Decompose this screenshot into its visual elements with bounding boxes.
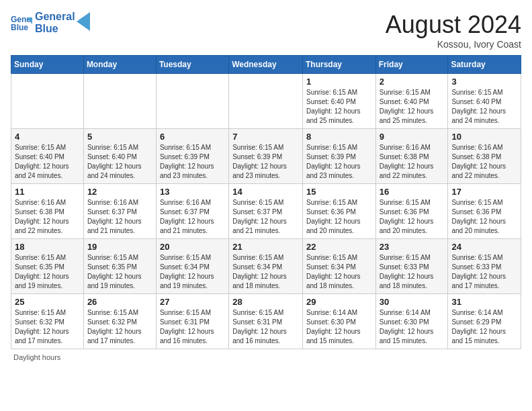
calendar-cell [156, 74, 228, 129]
svg-marker-3 [77, 12, 90, 31]
day-number: 10 [451, 132, 517, 142]
calendar-week-4: 18Sunrise: 6:15 AM Sunset: 6:35 PM Dayli… [11, 239, 521, 294]
day-number: 7 [232, 132, 299, 142]
day-number: 8 [306, 132, 372, 142]
calendar-cell: 23Sunrise: 6:15 AM Sunset: 6:33 PM Dayli… [375, 239, 448, 294]
day-info: Sunrise: 6:15 AM Sunset: 6:36 PM Dayligh… [380, 198, 445, 236]
calendar-table: SundayMondayTuesdayWednesdayThursdayFrid… [11, 55, 521, 349]
calendar-cell: 11Sunrise: 6:16 AM Sunset: 6:38 PM Dayli… [11, 184, 84, 239]
day-number: 9 [380, 132, 445, 142]
day-number: 17 [451, 187, 517, 197]
day-info: Sunrise: 6:15 AM Sunset: 6:40 PM Dayligh… [87, 143, 152, 181]
calendar-cell: 8Sunrise: 6:15 AM Sunset: 6:39 PM Daylig… [302, 129, 375, 184]
day-number: 6 [160, 132, 225, 142]
calendar-cell: 17Sunrise: 6:15 AM Sunset: 6:36 PM Dayli… [448, 184, 521, 239]
calendar-cell: 29Sunrise: 6:14 AM Sunset: 6:30 PM Dayli… [302, 294, 375, 349]
day-number: 23 [380, 242, 445, 252]
logo-text-line2: Blue [35, 23, 75, 35]
day-info: Sunrise: 6:15 AM Sunset: 6:39 PM Dayligh… [306, 143, 372, 181]
calendar-week-1: 1Sunrise: 6:15 AM Sunset: 6:40 PM Daylig… [11, 74, 521, 129]
calendar-cell: 20Sunrise: 6:15 AM Sunset: 6:34 PM Dayli… [156, 239, 228, 294]
day-number: 13 [160, 187, 225, 197]
month-year-title: August 2024 [386, 11, 521, 39]
day-info: Sunrise: 6:15 AM Sunset: 6:34 PM Dayligh… [232, 253, 299, 291]
day-info: Sunrise: 6:16 AM Sunset: 6:38 PM Dayligh… [15, 198, 80, 236]
day-number: 28 [232, 297, 299, 307]
day-number: 19 [87, 242, 152, 252]
calendar-cell: 7Sunrise: 6:15 AM Sunset: 6:39 PM Daylig… [229, 129, 303, 184]
day-header-friday: Friday [375, 56, 448, 74]
day-info: Sunrise: 6:15 AM Sunset: 6:40 PM Dayligh… [15, 143, 80, 181]
calendar-cell: 31Sunrise: 6:14 AM Sunset: 6:29 PM Dayli… [448, 294, 521, 349]
calendar-cell: 21Sunrise: 6:15 AM Sunset: 6:34 PM Dayli… [229, 239, 303, 294]
day-number: 22 [306, 242, 372, 252]
day-number: 4 [15, 132, 80, 142]
day-info: Sunrise: 6:15 AM Sunset: 6:39 PM Dayligh… [160, 143, 225, 181]
calendar-cell [83, 74, 156, 129]
day-number: 24 [451, 242, 517, 252]
logo-arrow-icon [77, 12, 90, 31]
calendar-cell: 14Sunrise: 6:15 AM Sunset: 6:37 PM Dayli… [229, 184, 303, 239]
day-number: 29 [306, 297, 372, 307]
day-info: Sunrise: 6:14 AM Sunset: 6:29 PM Dayligh… [451, 308, 517, 346]
calendar-cell: 2Sunrise: 6:15 AM Sunset: 6:40 PM Daylig… [375, 74, 448, 129]
calendar-cell: 3Sunrise: 6:15 AM Sunset: 6:40 PM Daylig… [448, 74, 521, 129]
day-info: Sunrise: 6:15 AM Sunset: 6:40 PM Dayligh… [451, 88, 517, 126]
day-info: Sunrise: 6:15 AM Sunset: 6:37 PM Dayligh… [232, 198, 299, 236]
day-info: Sunrise: 6:15 AM Sunset: 6:33 PM Dayligh… [451, 253, 517, 291]
calendar-cell: 16Sunrise: 6:15 AM Sunset: 6:36 PM Dayli… [375, 184, 448, 239]
svg-text:Blue: Blue [11, 23, 28, 32]
day-number: 21 [232, 242, 299, 252]
day-number: 2 [380, 77, 445, 87]
day-info: Sunrise: 6:15 AM Sunset: 6:40 PM Dayligh… [306, 88, 372, 126]
location-subtitle: Kossou, Ivory Coast [386, 39, 521, 50]
day-number: 14 [232, 187, 299, 197]
calendar-cell: 22Sunrise: 6:15 AM Sunset: 6:34 PM Dayli… [302, 239, 375, 294]
page-header: General Blue General Blue August 2024 Ko… [11, 11, 521, 50]
day-number: 1 [306, 77, 372, 87]
calendar-cell: 1Sunrise: 6:15 AM Sunset: 6:40 PM Daylig… [302, 74, 375, 129]
day-number: 12 [87, 187, 152, 197]
footer-note: Daylight hours [11, 353, 521, 361]
day-number: 27 [160, 297, 225, 307]
day-info: Sunrise: 6:15 AM Sunset: 6:35 PM Dayligh… [87, 253, 152, 291]
calendar-cell: 10Sunrise: 6:16 AM Sunset: 6:38 PM Dayli… [448, 129, 521, 184]
day-info: Sunrise: 6:15 AM Sunset: 6:31 PM Dayligh… [232, 308, 299, 346]
day-header-wednesday: Wednesday [229, 56, 303, 74]
calendar-cell: 18Sunrise: 6:15 AM Sunset: 6:35 PM Dayli… [11, 239, 84, 294]
calendar-cell: 6Sunrise: 6:15 AM Sunset: 6:39 PM Daylig… [156, 129, 228, 184]
day-info: Sunrise: 6:15 AM Sunset: 6:32 PM Dayligh… [87, 308, 152, 346]
calendar-cell: 4Sunrise: 6:15 AM Sunset: 6:40 PM Daylig… [11, 129, 84, 184]
calendar-week-2: 4Sunrise: 6:15 AM Sunset: 6:40 PM Daylig… [11, 129, 521, 184]
day-info: Sunrise: 6:15 AM Sunset: 6:36 PM Dayligh… [451, 198, 517, 236]
calendar-week-5: 25Sunrise: 6:15 AM Sunset: 6:32 PM Dayli… [11, 294, 521, 349]
day-number: 5 [87, 132, 152, 142]
day-info: Sunrise: 6:16 AM Sunset: 6:38 PM Dayligh… [451, 143, 517, 181]
day-number: 15 [306, 187, 372, 197]
day-number: 16 [380, 187, 445, 197]
calendar-cell [11, 74, 84, 129]
title-area: August 2024 Kossou, Ivory Coast [386, 11, 521, 50]
day-info: Sunrise: 6:15 AM Sunset: 6:33 PM Dayligh… [380, 253, 445, 291]
calendar-cell: 12Sunrise: 6:16 AM Sunset: 6:37 PM Dayli… [83, 184, 156, 239]
day-info: Sunrise: 6:16 AM Sunset: 6:37 PM Dayligh… [160, 198, 225, 236]
day-header-tuesday: Tuesday [156, 56, 228, 74]
day-info: Sunrise: 6:14 AM Sunset: 6:30 PM Dayligh… [380, 308, 445, 346]
logo-icon: General Blue [11, 12, 32, 34]
calendar-cell: 5Sunrise: 6:15 AM Sunset: 6:40 PM Daylig… [83, 129, 156, 184]
calendar-cell: 30Sunrise: 6:14 AM Sunset: 6:30 PM Dayli… [375, 294, 448, 349]
day-header-saturday: Saturday [448, 56, 521, 74]
calendar-cell: 26Sunrise: 6:15 AM Sunset: 6:32 PM Dayli… [83, 294, 156, 349]
calendar-cell [229, 74, 303, 129]
day-info: Sunrise: 6:15 AM Sunset: 6:35 PM Dayligh… [15, 253, 80, 291]
days-header-row: SundayMondayTuesdayWednesdayThursdayFrid… [11, 56, 521, 74]
day-info: Sunrise: 6:15 AM Sunset: 6:39 PM Dayligh… [232, 143, 299, 181]
day-info: Sunrise: 6:15 AM Sunset: 6:31 PM Dayligh… [160, 308, 225, 346]
calendar-cell: 25Sunrise: 6:15 AM Sunset: 6:32 PM Dayli… [11, 294, 84, 349]
day-header-sunday: Sunday [11, 56, 84, 74]
day-number: 25 [15, 297, 80, 307]
calendar-cell: 27Sunrise: 6:15 AM Sunset: 6:31 PM Dayli… [156, 294, 228, 349]
day-info: Sunrise: 6:15 AM Sunset: 6:34 PM Dayligh… [306, 253, 372, 291]
day-info: Sunrise: 6:16 AM Sunset: 6:37 PM Dayligh… [87, 198, 152, 236]
logo: General Blue General Blue [11, 11, 90, 34]
